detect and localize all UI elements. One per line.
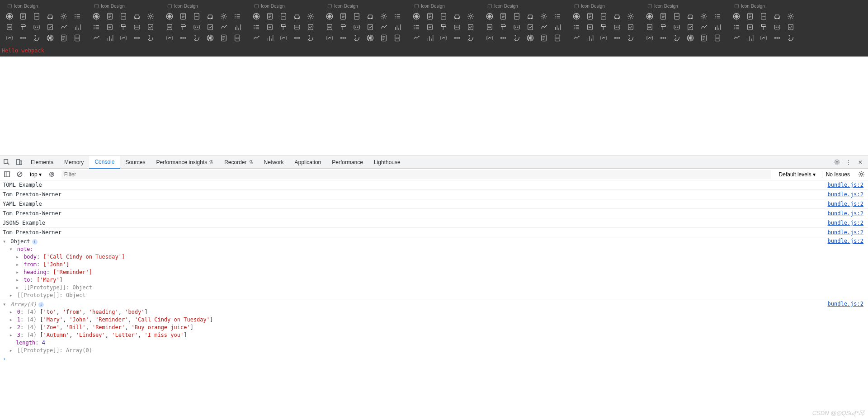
design-icon[interactable] [265,22,275,32]
design-icon[interactable] [731,11,741,21]
expand-toggle[interactable]: ▸ [9,316,14,324]
console-prompt[interactable]: › [0,355,868,363]
design-icon[interactable]: new [712,33,722,43]
design-icon[interactable] [658,11,668,21]
devtools-tab-sources[interactable]: Sources [120,156,151,169]
design-icon[interactable] [219,11,229,21]
design-icon[interactable] [612,33,622,43]
design-icon[interactable] [118,33,128,43]
design-icon[interactable]: new [599,11,609,21]
design-icon[interactable] [146,22,156,32]
design-icon[interactable] [425,22,435,32]
design-icon[interactable] [712,22,722,32]
source-link[interactable]: bundle.js:2 [828,190,865,198]
design-icon[interactable] [466,33,476,43]
design-icon[interactable] [32,22,42,32]
design-icon[interactable] [72,22,82,32]
design-icon[interactable] [439,22,448,32]
expand-toggle[interactable]: ▸ [16,269,20,276]
design-icon[interactable] [205,22,215,32]
design-icon[interactable] [265,11,275,21]
design-icon[interactable] [325,11,335,21]
design-icon[interactable] [645,33,655,43]
design-icon[interactable] [685,33,695,43]
design-icon[interactable] [105,33,115,43]
design-icon[interactable]: new [512,11,522,21]
design-icon[interactable] [365,22,375,32]
design-icon[interactable] [485,11,495,21]
design-icon[interactable] [292,22,302,32]
live-expression-icon[interactable] [47,170,57,179]
design-icon[interactable] [626,33,636,43]
design-icon[interactable] [745,22,755,32]
expand-toggle[interactable]: ▸ [16,276,20,284]
design-icon[interactable] [599,22,609,32]
design-icon[interactable] [165,22,175,32]
design-icon[interactable] [439,33,448,43]
design-icon[interactable] [612,11,622,21]
design-icon[interactable] [685,22,695,32]
design-icon[interactable] [411,33,421,43]
design-icon[interactable]: new [32,11,42,21]
design-icon[interactable] [525,11,535,21]
design-icon[interactable]: new [232,33,242,43]
design-icon[interactable] [132,33,142,43]
issues-indicator[interactable]: No Issues [822,171,854,178]
design-icon[interactable] [411,22,421,32]
design-icon[interactable] [525,33,535,43]
expand-toggle[interactable]: ▸ [16,253,20,261]
design-icon[interactable] [411,11,421,21]
design-icon[interactable] [571,33,581,43]
design-icon[interactable] [365,11,375,21]
design-icon[interactable] [745,11,755,21]
design-icon[interactable] [5,22,14,32]
design-icon[interactable] [278,22,288,32]
design-icon[interactable] [485,22,495,32]
design-icon[interactable] [91,33,101,43]
design-icon[interactable] [759,22,769,32]
devtools-tab-recorder[interactable]: Recorder⚗ [219,156,258,169]
design-icon[interactable] [772,11,782,21]
design-icon[interactable] [338,11,348,21]
devtools-tab-performance[interactable]: Performance [326,156,368,169]
design-icon[interactable] [59,33,69,43]
design-icon[interactable] [379,22,389,32]
source-link[interactable]: bundle.js:2 [828,219,865,227]
design-icon[interactable] [165,11,175,21]
design-icon[interactable] [745,33,755,43]
design-icon[interactable] [251,22,261,32]
design-icon[interactable] [219,22,229,32]
design-icon[interactable]: new [439,11,448,21]
design-icon[interactable] [539,22,549,32]
design-icon[interactable] [325,22,335,32]
design-icon[interactable] [306,22,316,32]
design-icon[interactable]: new [278,11,288,21]
design-icon[interactable] [585,11,595,21]
expand-toggle[interactable]: ▸ [16,284,20,292]
design-icon[interactable] [645,11,655,21]
design-icon[interactable] [132,22,142,32]
design-icon[interactable] [178,11,188,21]
devtools-tab-network[interactable]: Network [259,156,289,169]
design-icon[interactable] [672,33,682,43]
design-icon[interactable] [452,22,462,32]
devtools-close-icon[interactable]: ✕ [854,156,866,168]
expand-toggle[interactable]: ▸ [9,347,14,354]
design-icon[interactable] [306,11,316,21]
design-icon[interactable] [118,22,128,32]
design-icon[interactable] [352,22,362,32]
design-icon[interactable] [512,33,522,43]
design-icon[interactable] [425,33,435,43]
source-link[interactable]: bundle.js:2 [828,181,865,189]
design-icon[interactable] [5,33,14,43]
source-link[interactable]: bundle.js:2 [828,301,865,354]
design-icon[interactable] [626,22,636,32]
toggle-sidebar-icon[interactable] [2,170,12,179]
design-icon[interactable] [466,11,476,21]
design-icon[interactable] [45,11,55,21]
design-icon[interactable] [712,11,722,21]
devtools-more-icon[interactable]: ⋮ [843,156,854,168]
devtools-settings-icon[interactable] [831,156,843,168]
design-icon[interactable] [699,11,709,21]
design-icon[interactable] [18,11,28,21]
